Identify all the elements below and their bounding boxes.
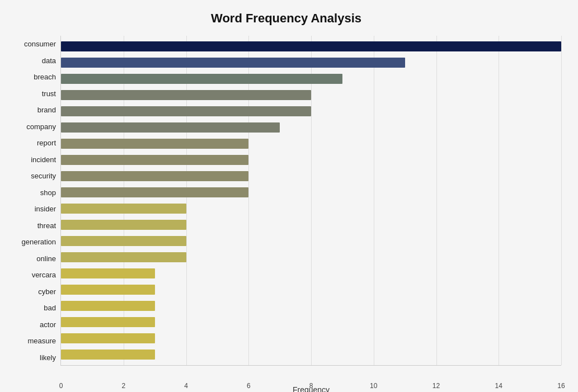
y-label: consumer bbox=[11, 40, 56, 48]
bar bbox=[61, 220, 186, 230]
bar bbox=[61, 41, 561, 51]
y-label: bad bbox=[11, 304, 56, 311]
bar bbox=[61, 187, 248, 197]
bar-row bbox=[61, 316, 561, 328]
bar-row bbox=[61, 300, 561, 312]
chart-title: Word Frequency Analysis bbox=[11, 11, 561, 26]
bar-row bbox=[61, 154, 561, 166]
y-label: incident bbox=[11, 156, 56, 163]
bar-row bbox=[61, 170, 561, 182]
bar-row bbox=[61, 267, 561, 280]
bar-row bbox=[61, 332, 561, 344]
bar-row bbox=[61, 186, 561, 199]
x-tick: 6 bbox=[247, 382, 251, 390]
x-tick: 0 bbox=[59, 382, 63, 390]
bar bbox=[61, 236, 186, 246]
chart-container: Word Frequency Analysis consumerdatabrea… bbox=[0, 0, 578, 392]
y-label: security bbox=[11, 172, 56, 180]
y-label: actor bbox=[11, 321, 56, 328]
y-label: shop bbox=[11, 189, 56, 196]
bar-row bbox=[61, 105, 561, 117]
bar bbox=[61, 333, 155, 343]
grid-line bbox=[561, 36, 562, 365]
x-tick: 4 bbox=[184, 382, 188, 390]
bar bbox=[61, 350, 155, 360]
y-label: cyber bbox=[11, 288, 56, 295]
y-label: measure bbox=[11, 337, 56, 344]
bar bbox=[61, 74, 342, 84]
bar-row bbox=[61, 138, 561, 150]
x-axis-label: Frequency bbox=[293, 385, 330, 392]
bar-row bbox=[61, 219, 561, 231]
x-tick: 10 bbox=[370, 382, 377, 390]
bar-row bbox=[61, 284, 561, 296]
bar bbox=[61, 139, 248, 149]
y-label: threat bbox=[11, 222, 56, 229]
bar bbox=[61, 122, 280, 133]
bar-row bbox=[61, 251, 561, 263]
bar bbox=[61, 252, 186, 262]
bar-row bbox=[61, 121, 561, 134]
y-axis: consumerdatabreachtrustbrandcompanyrepor… bbox=[11, 36, 60, 366]
y-label: generation bbox=[11, 238, 56, 245]
bar-row bbox=[61, 202, 561, 215]
bar-row bbox=[61, 89, 561, 101]
y-label: likely bbox=[11, 354, 56, 361]
bar bbox=[61, 106, 311, 116]
bar bbox=[61, 171, 248, 181]
bar bbox=[61, 90, 311, 100]
x-tick: 14 bbox=[495, 382, 502, 390]
x-tick: 16 bbox=[557, 382, 565, 390]
bar-row bbox=[61, 40, 561, 53]
bar-row bbox=[61, 235, 561, 247]
bar bbox=[61, 317, 155, 327]
chart-area: consumerdatabreachtrustbrandcompanyrepor… bbox=[11, 36, 561, 366]
bar bbox=[61, 268, 155, 278]
bar-row bbox=[61, 56, 561, 69]
y-label: vercara bbox=[11, 271, 56, 278]
y-label: trust bbox=[11, 90, 56, 97]
bar-row bbox=[61, 73, 561, 85]
bar-row bbox=[61, 348, 561, 361]
y-label: online bbox=[11, 255, 56, 262]
x-tick: 12 bbox=[433, 382, 440, 390]
y-label: company bbox=[11, 123, 56, 130]
y-label: insider bbox=[11, 205, 56, 212]
y-label: brand bbox=[11, 106, 56, 114]
bar bbox=[61, 58, 405, 68]
bars-and-grid: 0246810121416 Frequency bbox=[60, 36, 561, 366]
x-tick: 2 bbox=[121, 382, 125, 390]
bar bbox=[61, 204, 186, 214]
bar bbox=[61, 301, 155, 311]
y-label: report bbox=[11, 139, 56, 147]
y-label: data bbox=[11, 57, 56, 64]
y-label: breach bbox=[11, 73, 56, 81]
bar bbox=[61, 285, 155, 295]
bars-wrapper bbox=[61, 36, 561, 365]
bar bbox=[61, 155, 248, 165]
